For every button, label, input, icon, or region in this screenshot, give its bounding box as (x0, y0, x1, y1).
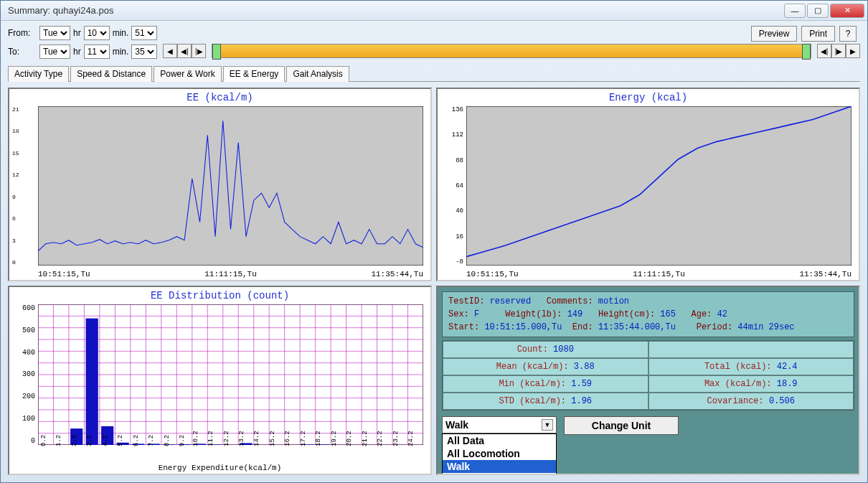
ee-xaxis-left: 10:51:15,Tu (38, 270, 90, 278)
count-label: Count: (517, 344, 548, 355)
ee-chart-title: EE (kcal/m) (9, 89, 430, 106)
activity-dropdown-wrap: Walk ▼ All DataAll LocomotionWalkStepRun (442, 416, 557, 433)
weight-label: Weight(lb): (505, 309, 562, 319)
ee-x-axis: 10:51:15,Tu 11:11:15,Tu 11:35:44,Tu (38, 270, 423, 278)
slider-handle-left[interactable] (212, 44, 221, 60)
window-title: Summary: quhayi24a.pos (8, 5, 784, 16)
start-value: 10:51:15.000,Tu (484, 322, 562, 332)
energy-x-axis: 10:51:15,Tu 11:11:15,Tu 11:35:44,Tu (466, 270, 852, 278)
dropdown-option[interactable]: Step (443, 473, 556, 475)
ee-y-axis: 211815129630 (12, 106, 35, 266)
energy-chart-title: Energy (kcal) (438, 89, 859, 106)
cov-label: Covariance: (707, 396, 764, 406)
total-label: Total (kcal): (704, 362, 772, 372)
slider-handle-right[interactable] (802, 44, 811, 60)
std-value: 1.96 (571, 396, 592, 406)
dropdown-option[interactable]: All Locomotion (443, 447, 556, 460)
energy-y-axis: 13611288644016-8 (440, 106, 463, 266)
change-unit-button[interactable]: Change Unit (564, 416, 679, 435)
tab-power-work[interactable]: Power & Work (154, 66, 221, 82)
start-label: Start: (448, 322, 479, 332)
from-hr-select[interactable]: 10 (84, 26, 110, 40)
help-button[interactable]: ? (839, 26, 857, 42)
close-button[interactable]: ✕ (830, 4, 864, 18)
nav-first-icon[interactable]: ◀ (163, 44, 177, 58)
tab-activity-type[interactable]: Activity Type (8, 66, 69, 82)
std-label: STD (kcal/m): (499, 396, 566, 406)
sex-label: Sex: (448, 309, 469, 319)
nav-last-icon[interactable]: ▶ (846, 44, 860, 58)
dist-chart-title: EE Distribution (count) (9, 287, 430, 304)
tab-speed-distance[interactable]: Speed & Distance (70, 66, 152, 82)
min-label: Min (kcal/m): (499, 379, 566, 389)
window: Summary: quhayi24a.pos — ▢ ✕ From: Tue h… (0, 0, 868, 483)
time-slider[interactable] (212, 44, 811, 58)
from-day-select[interactable]: Tue (39, 26, 70, 40)
age-value: 42 (717, 309, 727, 319)
dist-chart-panel: EE Distribution (count) 6005004003002001… (8, 286, 432, 475)
nav-prev-icon[interactable]: ◀| (177, 44, 192, 58)
dist-chart-body: 6005004003002001000 0.21.22.23.24.25.26.… (38, 304, 423, 445)
weight-value: 149 (567, 309, 583, 319)
ee-chart-svg (38, 106, 423, 266)
nav-buttons-left: ◀ ◀| |▶ (163, 44, 206, 58)
ee-xaxis-right: 11:35:44,Tu (371, 270, 423, 278)
period-label: Period: (697, 322, 732, 332)
subject-info-box: TestID: reserved Comments: motion Sex: F… (442, 291, 854, 337)
end-value: 11:35:44.000,Tu (598, 322, 676, 332)
tab-ee-energy[interactable]: EE & Energy (223, 66, 286, 82)
preview-button[interactable]: Preview (751, 26, 798, 42)
nav-prev-right-icon[interactable]: ◀| (817, 44, 831, 58)
activity-dropdown[interactable]: Walk ▼ (442, 416, 557, 433)
to-hr-select[interactable]: 11 (84, 44, 110, 59)
print-button[interactable]: Print (801, 26, 835, 42)
count-value: 1080 (553, 344, 574, 355)
energy-xaxis-left: 10:51:15,Tu (466, 270, 519, 278)
period-value: 44min 29sec (737, 322, 794, 332)
comments-value: motion (598, 296, 629, 306)
to-day-select[interactable]: Tue (39, 44, 70, 59)
from-min-select[interactable]: 51 (131, 26, 157, 40)
dropdown-arrow-icon: ▼ (542, 419, 553, 431)
minimize-button[interactable]: — (784, 4, 806, 18)
testid-label: TestID: (448, 296, 484, 306)
titlebar: Summary: quhayi24a.pos — ▢ ✕ (1, 1, 867, 21)
maximize-button[interactable]: ▢ (807, 4, 829, 18)
top-right-buttons: Preview Print ? (751, 26, 857, 42)
height-label: Height(cm): (598, 309, 655, 319)
to-label: To: (8, 47, 37, 57)
max-label: Max (kcal/m): (704, 379, 772, 389)
comments-label: Comments: (547, 296, 593, 306)
stats-table: Count: 1080 Mean (kcal/m): 3.88Total (kc… (442, 340, 854, 411)
hr-label: hr (73, 28, 81, 38)
end-label: End: (572, 322, 593, 332)
dist-y-axis: 6005004003002001000 (12, 304, 35, 445)
height-value: 165 (660, 309, 676, 319)
window-buttons: — ▢ ✕ (784, 4, 864, 18)
content-area: From: Tue hr 10 min. 51 To: Tue hr 11 mi… (1, 21, 867, 482)
to-min-select[interactable]: 35 (131, 44, 157, 59)
info-panel: TestID: reserved Comments: motion Sex: F… (436, 286, 860, 475)
nav-next-right-icon[interactable]: |▶ (831, 44, 846, 58)
ee-chart-panel: EE (kcal/m) 211815129630 10:51:15,Tu 11:… (8, 88, 432, 281)
from-row: From: Tue hr 10 min. 51 (8, 25, 157, 41)
dropdown-option[interactable]: Walk (443, 460, 556, 473)
sex-value: F (474, 309, 479, 319)
ee-chart-body: 211815129630 (38, 106, 423, 266)
svg-rect-0 (38, 106, 423, 266)
time-range-bar: From: Tue hr 10 min. 51 To: Tue hr 11 mi… (8, 25, 860, 60)
nav-next-left-icon[interactable]: |▶ (192, 44, 206, 58)
activity-dropdown-list[interactable]: All DataAll LocomotionWalkStepRun (442, 433, 557, 475)
nav-buttons-right: ◀| |▶ ▶ (817, 44, 860, 58)
testid-value: reserved (490, 296, 532, 306)
total-value: 42.4 (777, 362, 798, 372)
min-label: min. (113, 28, 129, 38)
tab-gait-analysis[interactable]: Gait Analysis (286, 66, 349, 82)
energy-xaxis-right: 11:35:44,Tu (799, 270, 852, 278)
cov-value: 0.506 (769, 396, 795, 406)
dist-xlabel: Energy Expenditure(kcal/m) (9, 464, 430, 472)
dist-x-ticks: 0.21.22.23.24.25.26.27.28.29.210.211.212… (38, 446, 423, 461)
dropdown-option[interactable]: All Data (443, 434, 556, 447)
svg-rect-1 (466, 106, 852, 266)
ee-xaxis-mid: 11:11:15,Tu (204, 270, 257, 278)
